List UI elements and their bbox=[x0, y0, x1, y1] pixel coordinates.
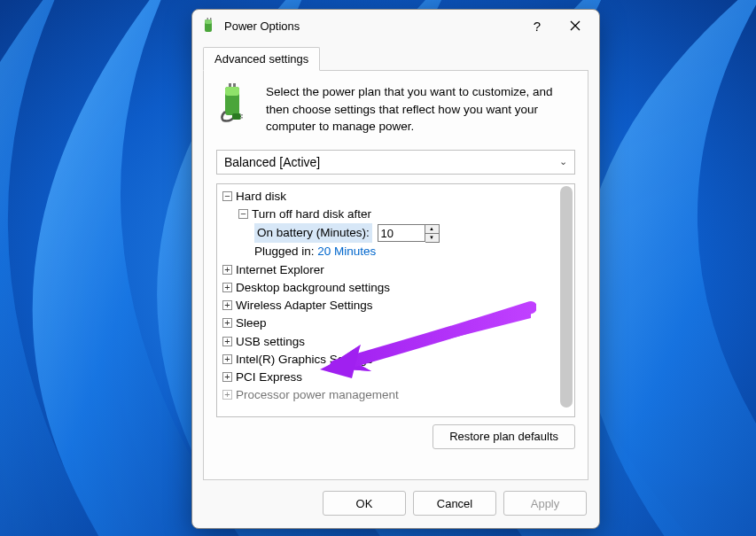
expand-icon[interactable]: + bbox=[222, 283, 232, 292]
dialog-title: Power Options bbox=[224, 19, 519, 33]
expand-icon[interactable]: + bbox=[222, 337, 232, 346]
tree-item-on-battery[interactable]: On battery (Minutes): ▲ ▼ bbox=[222, 223, 571, 243]
chevron-down-icon: ⌄ bbox=[559, 156, 567, 167]
tree-item-desktop-background[interactable]: +Desktop background settings bbox=[222, 279, 571, 297]
collapse-icon[interactable]: − bbox=[238, 209, 248, 219]
battery-plug-icon bbox=[216, 83, 255, 122]
close-button[interactable] bbox=[555, 12, 596, 39]
tree-item-plugged-in[interactable]: Plugged in: 20 Minutes bbox=[222, 243, 571, 260]
plugged-in-label: Plugged in: bbox=[254, 245, 315, 258]
power-plan-selected: Balanced [Active] bbox=[224, 155, 320, 169]
spin-down-button[interactable]: ▼ bbox=[425, 234, 439, 242]
expand-icon[interactable]: + bbox=[222, 318, 232, 328]
settings-tree-container: −Hard disk −Turn off hard disk after On … bbox=[216, 183, 575, 417]
on-battery-minutes-input[interactable] bbox=[378, 224, 425, 242]
power-plan-select[interactable]: Balanced [Active] ⌄ bbox=[216, 150, 575, 175]
tree-item-internet-explorer[interactable]: +Internet Explorer bbox=[222, 261, 571, 279]
expand-icon[interactable]: + bbox=[222, 265, 232, 275]
plugged-in-value[interactable]: 20 Minutes bbox=[317, 245, 376, 258]
svg-rect-10 bbox=[240, 114, 243, 116]
svg-rect-6 bbox=[225, 87, 239, 96]
tab-content: Select the power plan that you want to c… bbox=[203, 71, 588, 480]
svg-rect-7 bbox=[229, 83, 231, 87]
on-battery-label: On battery (Minutes): bbox=[254, 223, 372, 243]
expand-icon[interactable]: + bbox=[222, 372, 232, 382]
restore-defaults-button[interactable]: Restore plan defaults bbox=[433, 424, 575, 449]
svg-rect-2 bbox=[205, 19, 212, 24]
tree-item-wireless-adapter[interactable]: +Wireless Adapter Settings bbox=[222, 297, 571, 315]
help-button[interactable]: ? bbox=[519, 12, 555, 39]
svg-rect-11 bbox=[240, 117, 243, 119]
tree-item-usb-settings[interactable]: +USB settings bbox=[222, 333, 571, 351]
expand-icon[interactable]: + bbox=[222, 300, 232, 310]
collapse-icon[interactable]: − bbox=[222, 191, 232, 201]
intro-text: Select the power plan that you want to c… bbox=[266, 83, 575, 136]
power-options-dialog: Power Options ? Advanced settings bbox=[191, 9, 600, 529]
power-options-icon bbox=[201, 18, 217, 34]
svg-rect-9 bbox=[232, 113, 241, 120]
tree-item-hard-disk[interactable]: −Hard disk bbox=[222, 188, 571, 206]
cancel-button[interactable]: Cancel bbox=[413, 491, 496, 516]
tab-advanced-settings[interactable]: Advanced settings bbox=[203, 47, 320, 71]
apply-button[interactable]: Apply bbox=[503, 491, 587, 516]
expand-icon[interactable]: + bbox=[222, 390, 232, 400]
svg-rect-8 bbox=[233, 83, 236, 87]
expand-icon[interactable]: + bbox=[222, 354, 232, 364]
tab-area: Advanced settings bbox=[192, 42, 599, 71]
dialog-footer: OK Cancel Apply bbox=[192, 480, 599, 528]
svg-rect-4 bbox=[210, 18, 212, 20]
settings-tree: −Hard disk −Turn off hard disk after On … bbox=[217, 184, 574, 408]
spin-up-button[interactable]: ▲ bbox=[425, 225, 439, 234]
tree-item-sleep[interactable]: +Sleep bbox=[222, 315, 571, 332]
ok-button[interactable]: OK bbox=[323, 491, 406, 516]
intro-section: Select the power plan that you want to c… bbox=[216, 83, 575, 136]
tree-item-processor-power[interactable]: +Processor power management bbox=[222, 386, 571, 404]
tree-item-pci-express[interactable]: +PCI Express bbox=[222, 369, 571, 386]
titlebar: Power Options ? bbox=[192, 10, 599, 42]
tree-item-turn-off-hard-disk[interactable]: −Turn off hard disk after bbox=[222, 206, 571, 223]
svg-rect-3 bbox=[207, 18, 209, 20]
scrollbar-thumb[interactable] bbox=[560, 186, 573, 408]
tree-item-graphics-settings[interactable]: +Intel(R) Graphics Settings bbox=[222, 351, 571, 369]
